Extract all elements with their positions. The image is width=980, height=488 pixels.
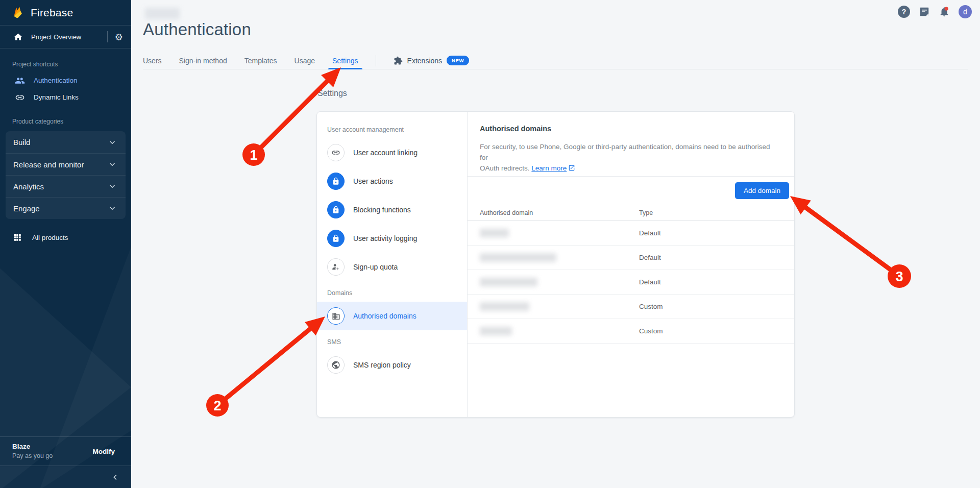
nav-item-sign-up-quota[interactable]: Sign-up quota [317,253,467,281]
table-row[interactable]: Custom [468,295,794,319]
nav-item-label: Authorised domains [353,312,416,320]
tab-extensions[interactable]: Extensions NEW [394,56,469,65]
link-icon [15,92,25,103]
topbar-icons: ? d [898,5,972,18]
nav-item-label: SMS region policy [353,361,411,369]
person-gear-icon [331,262,340,272]
page-title: Authentication [143,20,251,39]
column-header-type: Type [639,209,794,216]
sidebar-item-dynamic-links[interactable]: Dynamic Links [0,89,131,106]
firebase-header[interactable]: Firebase [0,0,131,26]
category-label: Build [13,138,30,147]
table-row[interactable]: Default [468,221,794,246]
category-engage[interactable]: Engage [6,197,126,219]
link-icon [331,148,340,157]
product-categories-label: Product categories [12,118,131,125]
firebase-logo-icon [11,6,24,19]
puzzle-icon [394,56,403,65]
nav-item-authorised-domains[interactable]: Authorised domains [317,302,467,330]
table-row[interactable]: Custom [468,319,794,344]
redacted-domain [480,229,509,237]
nav-item-user-actions[interactable]: User actions [317,167,467,196]
settings-card: User account management User account lin… [316,111,795,418]
divider [107,31,108,42]
notifications-icon[interactable] [939,6,950,17]
divider [376,55,376,66]
category-label: Engage [13,204,40,213]
learn-more-link[interactable]: Learn more [531,164,567,172]
tab-sign-in-method[interactable]: Sign-in method [179,52,227,69]
sidebar-item-authentication[interactable]: Authentication [0,72,131,89]
category-label: Release and monitor [13,160,84,169]
all-products-item[interactable]: All products [0,233,131,242]
brand-name: Firebase [31,7,73,19]
domain-type: Default [639,229,794,237]
category-label: Analytics [13,182,44,191]
help-icon[interactable]: ? [898,6,910,18]
nav-item-label: User account linking [353,149,418,157]
nav-item-blocking-functions[interactable]: Blocking functions [317,196,467,224]
redacted-domain [480,302,529,311]
chevron-down-icon [108,182,117,191]
collapse-sidebar-icon[interactable] [111,473,120,482]
nav-group-label: SMS [327,338,467,348]
table-header-row: Authorised domain Type [468,205,794,221]
product-categories-group: Build Release and monitor Analytics Enga… [6,131,126,219]
grid-icon [13,233,22,242]
main-content: ? d Authentication Users Sign-in method … [131,0,980,488]
category-analytics[interactable]: Analytics [6,175,126,197]
domain-icon [332,312,340,321]
chevron-down-icon [108,138,117,147]
tab-users[interactable]: Users [143,52,162,69]
nav-item-label: Blocking functions [353,206,411,214]
feedback-icon[interactable] [919,6,930,17]
add-domain-button[interactable]: Add domain [735,182,789,199]
category-release-and-monitor[interactable]: Release and monitor [6,153,126,175]
table-row[interactable]: Default [468,246,794,270]
column-header-authorised-domain: Authorised domain [480,209,639,216]
settings-section-heading: Settings [317,89,347,98]
people-icon [15,76,25,86]
nav-group-label: Domains [327,289,467,299]
gear-icon[interactable]: ⚙ [115,32,123,42]
globe-icon [331,360,340,370]
tab-bar: Users Sign-in method Templates Usage Set… [143,52,968,69]
sidebar: Firebase Project Overview ⚙ Project shor… [0,0,131,488]
all-products-label: All products [32,234,68,241]
panel-header: Authorised domains For security, to use … [468,112,794,177]
nav-item-user-activity-logging[interactable]: User activity logging [317,224,467,253]
lock-icon [332,206,340,214]
domain-type: Default [639,278,794,286]
redacted-domain [480,278,537,286]
tab-settings[interactable]: Settings [332,52,358,69]
tab-templates[interactable]: Templates [244,52,277,69]
project-overview-label: Project Overview [31,33,107,41]
home-icon [13,32,23,42]
modify-plan-button[interactable]: Modify [86,444,122,459]
nav-item-user-account-linking[interactable]: User account linking [317,138,467,167]
chevron-down-icon [108,160,117,169]
settings-nav: User account management User account lin… [317,112,468,417]
avatar[interactable]: d [959,5,972,18]
project-shortcuts-label: Project shortcuts [12,61,131,68]
lock-icon [332,234,340,242]
sidebar-footer [0,466,131,488]
chevron-down-icon [108,204,117,213]
table-toolbar: Add domain [468,177,794,205]
category-build[interactable]: Build [6,131,126,153]
tab-usage[interactable]: Usage [295,52,315,69]
lock-icon [332,177,340,185]
extensions-label: Extensions [407,57,442,65]
panel-title: Authorised domains [480,125,780,133]
project-overview-row[interactable]: Project Overview ⚙ [0,26,131,48]
table-row[interactable]: Default [468,270,794,295]
redacted-domain [480,253,556,262]
nav-item-sms-region-policy[interactable]: SMS region policy [317,351,467,379]
nav-item-label: User activity logging [353,234,417,242]
new-badge: NEW [447,56,469,65]
authorised-domains-panel: Authorised domains For security, to use … [468,112,794,417]
redacted-project-name [145,8,180,19]
redacted-domain [480,327,512,335]
nav-item-label: User actions [353,177,393,185]
sidebar-item-label: Dynamic Links [34,93,79,101]
